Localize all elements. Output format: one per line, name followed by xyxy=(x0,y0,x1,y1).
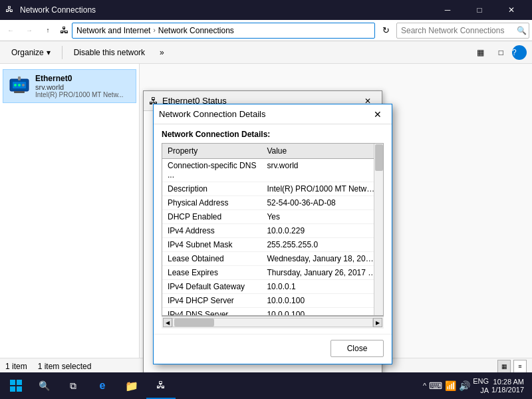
table-row: Physical Address52-54-00-36-AD-08 xyxy=(162,196,383,210)
details-footer: Close xyxy=(154,334,392,364)
adapter-server: srv.world xyxy=(35,83,130,91)
breadcrumb-icon: 🖧 xyxy=(59,25,69,36)
view-btn-1[interactable]: ▦ xyxy=(497,360,511,373)
property-cell: DHCP Enabled xyxy=(162,210,261,224)
window-title: Network Connections xyxy=(20,5,432,15)
col-value: Value xyxy=(261,144,383,159)
details-dialog: Network Connection Details ✕ Network Con… xyxy=(153,104,392,364)
svg-rect-7 xyxy=(10,380,15,385)
disable-label: Disable this network xyxy=(74,48,145,57)
col-property: Property xyxy=(162,144,261,159)
table-row: DescriptionIntel(R) PRO/1000 MT Network … xyxy=(162,182,383,196)
close-button[interactable]: ✕ xyxy=(496,0,527,20)
property-cell: Physical Address xyxy=(162,196,261,210)
start-button[interactable] xyxy=(3,372,29,399)
file-explorer-icon: 📁 xyxy=(125,380,138,392)
breadcrumb-bar: ← → ↑ 🖧 Network and Internet › Network C… xyxy=(0,20,532,41)
value-cell: srv.world xyxy=(261,159,383,182)
details-title-bar: Network Connection Details ✕ xyxy=(154,104,392,124)
property-cell: Lease Expires xyxy=(162,266,261,280)
property-cell: Lease Obtained xyxy=(162,252,261,266)
taskbar-ie[interactable]: e xyxy=(88,372,117,399)
toolbar: Organize ▾ Disable this network » ▦ □ ? xyxy=(0,41,532,64)
tray-date: 1/18/2017 xyxy=(491,386,524,394)
minimize-button[interactable]: ─ xyxy=(432,0,463,20)
taskbar-network[interactable]: 🖧 xyxy=(146,372,176,399)
table-row: Lease ObtainedWednesday, January 18, 201… xyxy=(162,252,383,266)
breadcrumb-separator: › xyxy=(153,27,155,34)
svg-rect-2 xyxy=(14,91,25,93)
disable-network-button[interactable]: Disable this network xyxy=(68,44,151,61)
back-button[interactable]: ← xyxy=(3,23,19,39)
table-row: Lease ExpiresThursday, January 26, 2017 … xyxy=(162,266,383,280)
taskbar-search[interactable]: 🔍 xyxy=(29,372,59,399)
value-cell: Wednesday, January 18, 2017 10:25:26 xyxy=(261,252,383,266)
help-button[interactable]: ? xyxy=(512,45,527,60)
title-bar: 🖧 Network Connections ─ □ ✕ xyxy=(0,0,532,20)
tray-keyboard-icon: ⌨ xyxy=(429,380,442,391)
details-close-btn[interactable]: Close xyxy=(331,340,384,357)
refresh-button[interactable]: ↻ xyxy=(378,23,394,39)
layout-button[interactable]: □ xyxy=(493,44,509,61)
vertical-scrollbar[interactable] xyxy=(374,144,383,315)
details-table-wrapper: Property Value Connection-specific DNS .… xyxy=(162,143,384,316)
view-btn-2[interactable]: ≡ xyxy=(513,360,527,373)
adapter-item[interactable]: Ethernet0 srv.world Intel(R) PRO/1000 MT… xyxy=(3,69,136,103)
details-table: Property Value Connection-specific DNS .… xyxy=(162,144,383,316)
breadcrumb-part2: Network Connections xyxy=(158,26,234,35)
window-icon: 🖧 xyxy=(5,5,16,15)
tray-network-icon: 📶 xyxy=(445,380,456,391)
value-cell: 10.0.0.229 xyxy=(261,224,383,238)
adapter-info: Ethernet0 srv.world Intel(R) PRO/1000 MT… xyxy=(35,74,130,98)
horizontal-scrollbar[interactable] xyxy=(172,318,373,327)
scroll-right-button[interactable]: ▶ xyxy=(373,318,382,327)
value-cell: 10.0.0.1 xyxy=(261,280,383,294)
toolbar-right: ▦ □ ? xyxy=(471,44,527,61)
svg-point-5 xyxy=(18,84,21,86)
property-cell: IPv4 Subnet Mask xyxy=(162,238,261,252)
tray-lang: ENG xyxy=(473,376,489,386)
organize-button[interactable]: Organize ▾ xyxy=(5,44,57,61)
tray-chevron[interactable]: ^ xyxy=(423,382,426,390)
value-cell: Thursday, January 26, 2017 10:25:26 A xyxy=(261,266,383,280)
taskbar-file-explorer[interactable]: 📁 xyxy=(117,372,146,399)
item-count: 1 item xyxy=(5,362,27,371)
svg-rect-9 xyxy=(10,386,15,392)
taskbar: 🔍 ⧉ e 📁 🖧 ^ ⌨ 📶 🔊 ENG JA 10:28 AM 1/18/2… xyxy=(0,372,532,399)
ie-icon: e xyxy=(100,380,106,392)
tray-sublang: JA xyxy=(473,386,489,395)
scroll-left-button[interactable]: ◀ xyxy=(163,318,172,327)
taskbar-task-view[interactable]: ⧉ xyxy=(59,372,88,399)
up-button[interactable]: ↑ xyxy=(40,23,56,39)
details-close-button[interactable]: ✕ xyxy=(369,106,386,123)
table-row: IPv4 Default Gateway10.0.0.1 xyxy=(162,280,383,294)
organize-chevron: ▾ xyxy=(47,48,51,57)
details-body: Network Connection Details: Property Val… xyxy=(154,124,392,334)
table-row: Connection-specific DNS ...srv.world xyxy=(162,159,383,182)
view-button[interactable]: ▦ xyxy=(471,44,490,61)
details-header-label: Network Connection Details: xyxy=(162,130,384,139)
value-cell: 255.255.255.0 xyxy=(261,238,383,252)
horizontal-scrollbar-wrap: ◀ ▶ xyxy=(162,316,384,329)
selected-count: 1 item selected xyxy=(38,362,92,371)
windows-icon xyxy=(9,379,23,392)
table-row: DHCP EnabledYes xyxy=(162,210,383,224)
forward-button[interactable]: → xyxy=(21,23,37,39)
search-icon: 🔍 xyxy=(517,26,527,35)
details-title: Network Connection Details xyxy=(159,109,369,119)
table-row: IPv4 Address10.0.0.229 xyxy=(162,224,383,238)
value-cell: 10.0.0.100 xyxy=(261,294,383,308)
scrollbar-thumb xyxy=(375,144,383,171)
value-cell: 10.0.0.100 xyxy=(261,308,383,317)
property-cell: IPv4 Address xyxy=(162,224,261,238)
value-cell: Intel(R) PRO/1000 MT Network Conne xyxy=(261,182,383,196)
svg-rect-8 xyxy=(17,380,22,385)
more-icon: » xyxy=(160,48,164,57)
search-input[interactable] xyxy=(396,23,529,39)
property-cell: IPv4 DHCP Server xyxy=(162,294,261,308)
breadcrumb[interactable]: Network and Internet › Network Connectio… xyxy=(72,23,375,39)
property-cell: Description xyxy=(162,182,261,196)
maximize-button[interactable]: □ xyxy=(464,0,495,20)
more-button[interactable]: » xyxy=(154,44,170,61)
property-cell: IPv4 DNS Server xyxy=(162,308,261,317)
